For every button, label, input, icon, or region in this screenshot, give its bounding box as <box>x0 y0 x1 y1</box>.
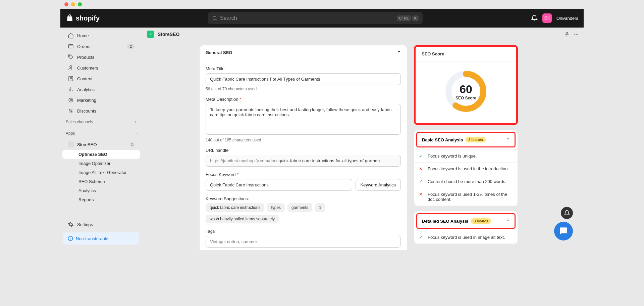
sidebar-settings[interactable]: Settings <box>62 219 140 230</box>
search-icon <box>212 15 217 21</box>
svg-point-22 <box>577 34 578 35</box>
seo-score-card: SEO Score 60 SEO Score <box>414 45 518 125</box>
user-avatar[interactable]: Oll <box>542 13 552 23</box>
sidebar-item-products[interactable]: Products <box>62 52 140 62</box>
pin-icon[interactable] <box>130 142 135 147</box>
sidebar-item-analytics[interactable]: Analytics <box>62 84 140 95</box>
svg-point-12 <box>70 99 72 101</box>
analysis-item: ✓Content should be more than 200 words. <box>414 175 518 188</box>
sidebar: HomeOrders2ProductsCustomersContentAnaly… <box>60 28 142 250</box>
non-transferable-banner[interactable]: Non-transferable <box>63 232 139 245</box>
bell-icon[interactable] <box>531 15 538 21</box>
svg-point-5 <box>70 65 72 68</box>
chevron-right-icon: › <box>135 131 137 136</box>
focus-keyword-label: Focus Keyword * <box>206 172 401 177</box>
seo-score-label: SEO Score <box>455 96 476 100</box>
chat-icon <box>559 227 568 235</box>
shopify-logo[interactable]: shopify <box>66 14 100 22</box>
maximize-window-dot[interactable] <box>78 2 82 6</box>
svg-rect-2 <box>68 45 73 48</box>
chat-fab[interactable] <box>554 222 573 241</box>
meta-title-input[interactable] <box>206 73 401 85</box>
analytics-icon <box>68 86 74 92</box>
sidebar-subitem-optimize-seo[interactable]: Optimize SEO <box>62 150 140 159</box>
x-icon: ✕ <box>419 166 424 171</box>
sidebar-subitem-seo-schema[interactable]: SEO Schema <box>62 177 140 186</box>
sidebar-item-marketing[interactable]: Marketing <box>62 95 140 105</box>
meta-desc-input[interactable] <box>206 104 401 135</box>
gear-icon <box>68 221 74 227</box>
sidebar-subitem-reports[interactable]: Reports <box>62 195 140 204</box>
top-bar: shopify Search CTRL K Oll Ollivanders <box>60 9 584 28</box>
tags-label: Tags <box>206 229 401 234</box>
keyword-suggestion-chip[interactable]: wash heavily soiled items separately <box>206 215 279 223</box>
detailed-analysis-header[interactable]: Detailed SEO Analysis 3 Issues ⌃ <box>416 213 516 229</box>
detailed-seo-analysis-card: Detailed SEO Analysis 3 Issues ⌃ ✓Focus … <box>414 211 518 244</box>
kbd-ctrl: CTRL <box>397 15 411 21</box>
sidebar-item-content[interactable]: Content <box>62 73 140 84</box>
sidebar-item-orders[interactable]: Orders2 <box>62 41 140 52</box>
analysis-item: ✕Focus keyword is used in the introducti… <box>414 163 518 175</box>
keyword-suggestion-chip[interactable]: quick fabric care instructions <box>206 203 264 212</box>
kbd-k: K <box>412 15 419 21</box>
check-icon: ✓ <box>419 179 424 184</box>
tag-icon <box>68 54 74 60</box>
svg-point-15 <box>71 112 72 113</box>
global-search[interactable]: Search CTRL K <box>208 12 423 24</box>
meta-title-label: Meta Title <box>206 66 401 71</box>
keyword-suggestion-chip[interactable]: garments <box>287 203 312 212</box>
sidebar-app-storeseo[interactable]: StoreSEO <box>62 139 140 150</box>
sidebar-subitem-analytics[interactable]: Analytics <box>62 186 140 195</box>
app-title: StoreSEO <box>158 32 179 37</box>
check-icon: ✓ <box>419 235 424 240</box>
discount-icon <box>68 108 74 114</box>
notifications-fab[interactable] <box>561 207 573 219</box>
chevron-up-icon: ⌃ <box>506 137 510 142</box>
basic-issues-badge: 2 Issues <box>466 137 485 142</box>
content-icon <box>68 76 74 82</box>
sales-channels-section[interactable]: Sales channels › <box>60 116 142 128</box>
chevron-right-icon: › <box>135 120 137 124</box>
basic-analysis-header[interactable]: Basic SEO Analysis 2 Issues ⌃ <box>416 132 516 147</box>
svg-point-20 <box>574 34 575 35</box>
badge: 2 <box>127 44 135 49</box>
sidebar-item-discounts[interactable]: Discounts <box>62 105 140 116</box>
analysis-item: ✓Focus keyword is used in image alt text… <box>414 231 518 244</box>
chevron-up-icon: ⌃ <box>506 219 510 224</box>
close-window-dot[interactable] <box>64 2 68 6</box>
brand-text: shopify <box>76 14 100 22</box>
more-icon[interactable] <box>574 32 579 37</box>
keyword-analytics-button[interactable]: Keyword Analytics <box>356 179 401 191</box>
svg-line-16 <box>69 110 72 113</box>
seo-score-donut: 60 SEO Score <box>444 70 488 113</box>
apps-section[interactable]: Apps › <box>60 128 142 139</box>
tags-input[interactable] <box>206 236 401 248</box>
minimize-window-dot[interactable] <box>71 2 75 6</box>
svg-point-21 <box>576 34 577 35</box>
sidebar-subitem-image-alt-text-generator[interactable]: Image Alt Text Generator <box>62 168 140 177</box>
sidebar-item-home[interactable]: Home <box>62 30 140 41</box>
keyword-suggestion-chip[interactable]: types <box>267 203 285 212</box>
check-icon: ✓ <box>419 154 424 159</box>
x-icon: ✕ <box>419 192 424 202</box>
meta-desc-helper: 140 out of 165 characters used <box>206 138 401 142</box>
detailed-issues-badge: 3 Issues <box>471 218 491 224</box>
person-icon <box>68 65 74 71</box>
seo-score-value: 60 <box>460 83 472 96</box>
user-name[interactable]: Ollivanders <box>556 16 578 21</box>
sidebar-item-customers[interactable]: Customers <box>62 62 140 73</box>
svg-point-0 <box>213 16 216 19</box>
general-seo-header[interactable]: General SEO ⌃ <box>200 45 407 60</box>
meta-title-helper: 56 out of 70 characters used <box>206 87 401 91</box>
focus-keyword-input[interactable] <box>206 179 352 191</box>
url-handle-input[interactable]: https://jamitest.myshopify.com/docs quic… <box>206 155 401 167</box>
svg-point-14 <box>69 110 70 111</box>
pin-icon[interactable] <box>564 32 570 37</box>
shopify-bag-icon <box>66 14 74 22</box>
url-handle-label: URL handle <box>206 148 401 153</box>
svg-point-13 <box>69 98 73 102</box>
keyword-suggestion-chip[interactable]: 1 <box>315 203 325 212</box>
storeseo-icon: ✓ <box>147 31 154 38</box>
sidebar-subitem-image-optimizer[interactable]: Image Optimizer <box>62 159 140 168</box>
general-seo-card: General SEO ⌃ Meta Title 56 out of 70 ch… <box>199 45 407 250</box>
